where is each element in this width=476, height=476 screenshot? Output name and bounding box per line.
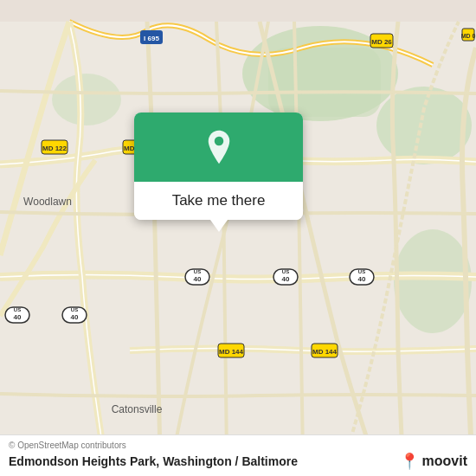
- svg-text:Catonsville: Catonsville: [112, 403, 163, 415]
- svg-text:US: US: [194, 269, 201, 274]
- svg-text:40: 40: [14, 313, 22, 321]
- svg-text:40: 40: [71, 313, 79, 321]
- svg-text:I 695: I 695: [144, 35, 159, 42]
- moovit-logo: 📍 moovit: [400, 452, 467, 471]
- svg-rect-3: [268, 48, 381, 117]
- location-name: Edmondson Heights Park, Washington / Bal…: [9, 454, 298, 468]
- svg-text:MD 144: MD 144: [312, 348, 338, 356]
- take-me-there-button[interactable]: Take me there: [172, 192, 266, 209]
- svg-text:MD 26: MD 26: [371, 38, 392, 46]
- map-background: I 695 MD 26 MD 122 MD 122 US 40 US 40 US…: [0, 0, 476, 476]
- popup-body[interactable]: Take me there: [134, 182, 303, 220]
- svg-text:US: US: [14, 307, 21, 312]
- svg-text:40: 40: [358, 275, 366, 283]
- svg-text:40: 40: [194, 275, 202, 283]
- svg-text:US: US: [358, 269, 365, 274]
- svg-point-37: [214, 137, 223, 146]
- svg-text:US: US: [71, 307, 78, 312]
- moovit-pin-icon: 📍: [400, 452, 419, 471]
- location-pin-icon: [201, 129, 237, 165]
- svg-text:US: US: [282, 269, 289, 274]
- svg-text:Woodlawn: Woodlawn: [23, 196, 72, 208]
- svg-point-4: [52, 74, 121, 125]
- popup-header: [134, 113, 303, 182]
- location-popup: Take me there: [134, 113, 303, 220]
- svg-text:40: 40: [282, 275, 290, 283]
- map-container: I 695 MD 26 MD 122 MD 122 US 40 US 40 US…: [0, 0, 476, 476]
- bottom-bar: © OpenStreetMap contributors Edmondson H…: [0, 434, 476, 476]
- svg-point-5: [394, 229, 472, 333]
- moovit-label: moovit: [422, 453, 467, 469]
- location-row: Edmondson Heights Park, Washington / Bal…: [9, 452, 467, 471]
- svg-text:MD 0: MD 0: [461, 33, 476, 39]
- svg-text:MD 122: MD 122: [42, 145, 68, 152]
- svg-text:MD 144: MD 144: [219, 348, 244, 356]
- copyright-text: © OpenStreetMap contributors: [9, 441, 467, 450]
